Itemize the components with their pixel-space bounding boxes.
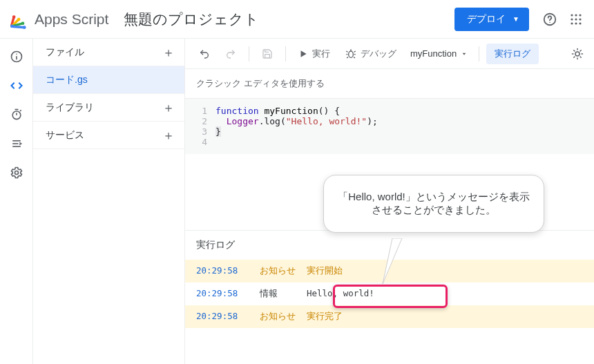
svg-marker-27 bbox=[301, 50, 307, 57]
info-icon[interactable] bbox=[8, 48, 25, 65]
svg-marker-36 bbox=[463, 52, 466, 55]
libraries-header: ライブラリ ＋ bbox=[33, 94, 184, 122]
help-icon[interactable] bbox=[542, 11, 558, 28]
run-button[interactable]: 実行 bbox=[293, 45, 336, 63]
triggers-icon[interactable] bbox=[8, 106, 25, 123]
svg-line-45 bbox=[580, 50, 581, 50]
execution-log-button[interactable]: 実行ログ bbox=[486, 44, 539, 64]
svg-line-30 bbox=[346, 51, 347, 52]
svg-point-7 bbox=[571, 14, 573, 16]
add-service-icon[interactable]: ＋ bbox=[162, 129, 175, 142]
svg-point-3 bbox=[23, 26, 26, 29]
left-rail bbox=[0, 39, 33, 364]
deploy-button[interactable]: デプロイ ▼ bbox=[454, 8, 529, 31]
log-message: 実行完了 bbox=[307, 311, 343, 323]
log-row: 20:29:58 お知らせ 実行完了 bbox=[185, 305, 594, 328]
log-time: 20:29:58 bbox=[196, 311, 260, 323]
file-sidebar: ファイル ＋ コード.gs ライブラリ ＋ サービス ＋ bbox=[33, 39, 185, 364]
annotation-callout: 「Hello, world!」というメッセージを表示させることができました。 bbox=[323, 175, 544, 233]
save-button[interactable] bbox=[256, 46, 278, 62]
svg-point-9 bbox=[579, 14, 581, 16]
svg-point-10 bbox=[571, 18, 573, 20]
file-item[interactable]: コード.gs bbox=[33, 66, 184, 94]
function-name: myFunction bbox=[410, 48, 457, 59]
svg-point-37 bbox=[575, 52, 579, 56]
svg-point-12 bbox=[579, 18, 581, 20]
add-file-icon[interactable]: ＋ bbox=[162, 46, 175, 59]
libraries-label: ライブラリ bbox=[46, 102, 94, 114]
services-label: サービス bbox=[46, 129, 84, 142]
log-message: Hello, world! bbox=[307, 288, 374, 300]
classic-editor-link[interactable]: クラシック エディタを使用する bbox=[185, 69, 594, 99]
editor-icon[interactable] bbox=[8, 77, 25, 94]
svg-point-13 bbox=[571, 22, 573, 24]
add-library-icon[interactable]: ＋ bbox=[162, 102, 175, 114]
theme-icon[interactable] bbox=[569, 46, 586, 62]
svg-point-14 bbox=[575, 22, 577, 24]
svg-point-18 bbox=[16, 53, 17, 55]
svg-point-19 bbox=[12, 111, 21, 119]
log-type: お知らせ bbox=[260, 311, 307, 323]
undo-button[interactable] bbox=[193, 46, 215, 62]
deploy-label: デプロイ bbox=[467, 13, 506, 26]
run-label: 実行 bbox=[312, 48, 330, 60]
brand-name: Apps Script bbox=[35, 11, 108, 28]
services-header: サービス ＋ bbox=[33, 122, 184, 149]
svg-line-31 bbox=[354, 51, 356, 52]
svg-point-4 bbox=[10, 24, 14, 28]
file-item-label: コード.gs bbox=[46, 74, 88, 86]
log-time: 20:29:58 bbox=[196, 288, 260, 300]
code-editor[interactable]: 1function myFunction() { 2 Logger.log("H… bbox=[185, 99, 594, 154]
svg-point-1 bbox=[17, 17, 21, 21]
log-type: お知らせ bbox=[260, 265, 307, 277]
svg-point-2 bbox=[21, 21, 25, 25]
svg-line-44 bbox=[574, 57, 575, 57]
files-header: ファイル ＋ bbox=[33, 39, 184, 66]
svg-line-43 bbox=[580, 57, 581, 57]
svg-line-35 bbox=[354, 57, 355, 57]
svg-line-42 bbox=[574, 50, 575, 50]
svg-point-0 bbox=[12, 15, 16, 19]
settings-icon[interactable] bbox=[8, 164, 25, 181]
svg-point-15 bbox=[579, 22, 581, 24]
svg-marker-46 bbox=[383, 238, 402, 284]
log-message: 実行開始 bbox=[307, 265, 343, 277]
svg-point-11 bbox=[575, 18, 577, 20]
editor-toolbar: 実行 デバッグ myFunction 実行ログ bbox=[185, 39, 594, 69]
log-type: 情報 bbox=[260, 288, 307, 300]
redo-button[interactable] bbox=[220, 46, 242, 62]
svg-point-28 bbox=[349, 51, 354, 57]
executions-icon[interactable] bbox=[8, 135, 25, 152]
svg-line-34 bbox=[347, 57, 348, 57]
svg-point-8 bbox=[575, 14, 577, 16]
apps-script-logo-icon bbox=[8, 10, 28, 29]
debug-button[interactable]: デバッグ bbox=[340, 45, 402, 63]
chevron-down-icon: ▼ bbox=[512, 15, 519, 23]
svg-line-22 bbox=[20, 110, 21, 111]
svg-point-6 bbox=[549, 21, 550, 22]
log-time: 20:29:58 bbox=[196, 265, 260, 277]
debug-label: デバッグ bbox=[361, 48, 396, 60]
function-selector[interactable]: myFunction bbox=[406, 46, 472, 61]
svg-point-26 bbox=[15, 171, 18, 175]
files-label: ファイル bbox=[46, 46, 84, 59]
project-title[interactable]: 無題のプロジェクト bbox=[124, 10, 454, 29]
apps-menu-icon[interactable] bbox=[568, 11, 584, 28]
